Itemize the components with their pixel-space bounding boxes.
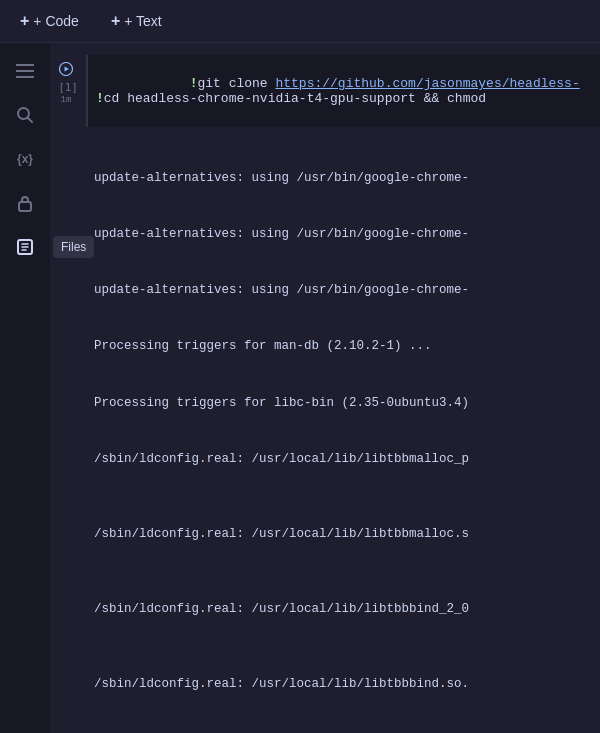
svg-rect-0 [16, 64, 34, 66]
cd-cmd: cd headless-chrome-nvidia-t4-gpu-support… [104, 91, 486, 106]
add-text-label: + Text [124, 13, 162, 29]
output-line-4: Processing triggers for man-db (2.10.2-1… [94, 337, 592, 356]
cell-input[interactable]: !git clone https://github.com/jasonmayes… [86, 55, 600, 127]
run-icon [59, 62, 73, 76]
repo-link[interactable]: https://github.com/jasonmayes/headless- [275, 76, 579, 91]
cell-output: update-alternatives: using /usr/bin/goog… [86, 127, 600, 733]
add-code-label: + Code [33, 13, 79, 29]
sidebar-item-search[interactable] [7, 97, 43, 133]
secrets-icon [16, 194, 34, 212]
git-cmd: git clone [197, 76, 275, 91]
search-icon [16, 106, 34, 124]
variables-icon: {x} [17, 152, 33, 166]
sidebar-item-menu[interactable] [7, 53, 43, 89]
toolbar: + + Code + + Text [0, 0, 600, 43]
svg-rect-5 [19, 202, 31, 211]
output-line-2: update-alternatives: using /usr/bin/goog… [94, 225, 592, 244]
cell-gutter: [1] 1m [50, 55, 86, 109]
sidebar-item-secrets[interactable] [7, 185, 43, 221]
output-line-5: Processing triggers for libc-bin (2.35-0… [94, 394, 592, 413]
files-icon [15, 237, 35, 257]
svg-marker-8 [65, 67, 70, 72]
main-layout: {x} Files [0, 43, 600, 733]
menu-icon [16, 62, 34, 80]
output-line-8: /sbin/ldconfig.real: /usr/local/lib/libt… [94, 600, 592, 619]
cell-time: 1m [61, 96, 72, 105]
cell-number: [1] [54, 79, 78, 94]
add-code-button[interactable]: + + Code [12, 8, 87, 34]
cell-body: !git clone https://github.com/jasonmayes… [86, 55, 600, 733]
plus-icon-text: + [111, 12, 120, 30]
svg-rect-1 [16, 70, 34, 72]
svg-line-4 [28, 118, 33, 123]
cell-container[interactable]: [1] 1m !git clone https://github.com/jas… [50, 43, 600, 733]
output-line-9: /sbin/ldconfig.real: /usr/local/lib/libt… [94, 675, 592, 694]
output-line-6: /sbin/ldconfig.real: /usr/local/lib/libt… [94, 450, 592, 469]
plus-icon: + [20, 12, 29, 30]
output-line-3: update-alternatives: using /usr/bin/goog… [94, 281, 592, 300]
code-cell: [1] 1m !git clone https://github.com/jas… [50, 51, 600, 733]
output-line-1: update-alternatives: using /usr/bin/goog… [94, 169, 592, 188]
cmd-prefix-2: ! [96, 91, 104, 106]
sidebar-item-variables[interactable]: {x} [7, 141, 43, 177]
sidebar: {x} Files [0, 43, 50, 733]
content-area: [1] 1m !git clone https://github.com/jas… [50, 43, 600, 733]
output-line-7: /sbin/ldconfig.real: /usr/local/lib/libt… [94, 525, 592, 544]
sidebar-item-files[interactable]: Files [7, 229, 43, 265]
add-text-button[interactable]: + + Text [103, 8, 170, 34]
svg-rect-2 [16, 76, 34, 78]
run-cell-button[interactable] [56, 59, 76, 79]
